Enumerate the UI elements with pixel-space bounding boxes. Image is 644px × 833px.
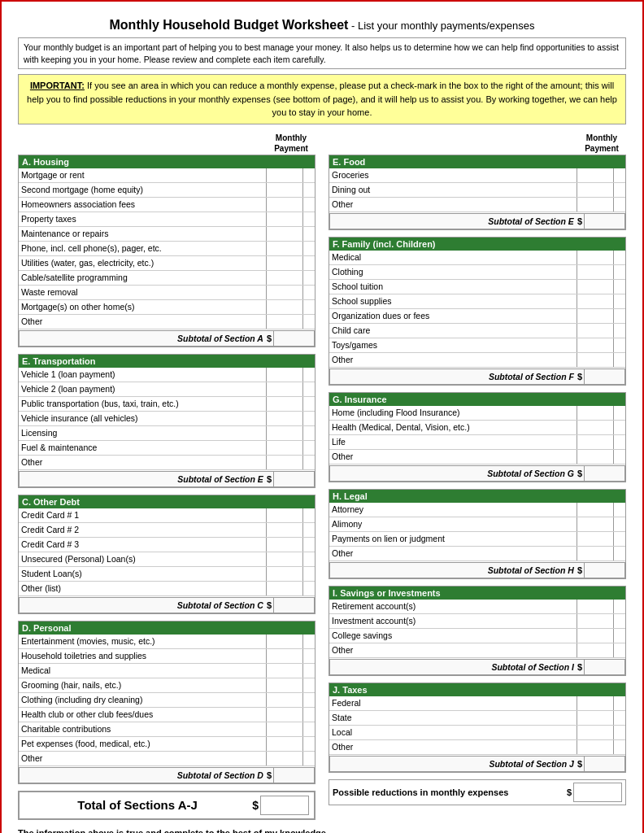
table-row: Mortgage(s) on other home(s) <box>19 300 315 315</box>
section-c: C. Other Debt Credit Card # 1 Credit Car… <box>18 495 315 614</box>
right-column: MonthlyPayment E. Food Groceries Dining … <box>329 133 626 820</box>
table-row: Property taxes <box>19 212 315 227</box>
table-row: Other <box>329 450 625 464</box>
left-column: MonthlyPayment A. Housing Mortgage or re… <box>18 133 315 820</box>
table-row: Student Loan(s) <box>19 567 315 582</box>
table-row: Health (Medical, Dental, Vision, etc.) <box>329 421 625 435</box>
subtotal-j: Subtotal of Section J $ <box>329 756 625 772</box>
monthly-payment-header-right: MonthlyPayment <box>577 133 626 154</box>
table-row: Phone, incl. cell phone(s), pager, etc. <box>19 242 315 256</box>
bottom-statement: The information above is true and comple… <box>18 828 329 833</box>
table-row: Dining out <box>329 183 625 198</box>
table-row: Pet expenses (food, medical, etc.) <box>19 737 315 752</box>
section-j: J. Taxes Federal State Local Other Subto… <box>329 683 626 773</box>
table-row: Mortgage or rent <box>19 168 315 183</box>
table-row: Other <box>19 315 315 329</box>
intro-box: Your monthly budget is an important part… <box>18 37 626 69</box>
table-row: Other <box>329 643 625 658</box>
section-a-title: A. Housing <box>19 155 315 168</box>
table-row: Credit Card # 1 <box>19 508 315 523</box>
section-i-title: I. Savings or Investments <box>329 587 625 600</box>
table-row: Home (including Flood Insurance) <box>329 406 625 421</box>
section-g: G. Insurance Home (including Flood Insur… <box>329 392 626 482</box>
section-d-title: D. Personal <box>19 621 315 635</box>
section-a: A. Housing Mortgage or rent Second mortg… <box>18 155 315 347</box>
table-row: Other <box>329 353 625 368</box>
table-row: Cable/satellite programming <box>19 271 315 286</box>
table-row: Public transportation (bus, taxi, train,… <box>19 397 315 412</box>
table-row: Grooming (hair, nails, etc.) <box>19 678 315 693</box>
subtotal-f: Subtotal of Section F $ <box>329 369 625 385</box>
table-row: Charitable contributions <box>19 722 315 737</box>
section-i: I. Savings or Investments Retirement acc… <box>329 586 626 676</box>
subtotal-i: Subtotal of Section I $ <box>329 659 625 675</box>
table-row: Licensing <box>19 426 315 441</box>
page-title: Monthly Household Budget Worksheet - Lis… <box>18 18 626 33</box>
table-row: Other <box>19 456 315 470</box>
section-d: D. Personal Entertainment (movies, music… <box>18 621 315 784</box>
subtotal-h: Subtotal of Section H $ <box>329 562 625 578</box>
table-row: Credit Card # 3 <box>19 538 315 552</box>
subtotal-e-food: Subtotal of Section E $ <box>329 213 625 229</box>
table-row: School tuition <box>329 280 625 294</box>
table-row: Medical <box>329 251 625 265</box>
table-row: Payments on lien or judgment <box>329 532 625 547</box>
table-row: Credit Card # 2 <box>19 523 315 538</box>
table-row: Other <box>19 752 315 766</box>
table-row: Utilities (water, gas, electricity, etc.… <box>19 256 315 271</box>
section-f: F. Family (incl. Children) Medical Cloth… <box>329 237 626 386</box>
table-row: Medical <box>19 664 315 678</box>
section-e-food: E. Food Groceries Dining out Other Subto… <box>329 155 626 230</box>
subtotal-c: Subtotal of Section C $ <box>19 597 315 613</box>
table-row: Other <box>329 740 625 755</box>
table-row: Fuel & maintenance <box>19 441 315 456</box>
important-box: IMPORTANT: If you see an area in which y… <box>18 74 626 124</box>
section-h-title: H. Legal <box>329 490 625 503</box>
table-row: Maintenance or repairs <box>19 227 315 242</box>
subtotal-a: Subtotal of Section A $ <box>19 330 315 347</box>
table-row: Other <box>329 547 625 561</box>
table-row: Toys/games <box>329 338 625 353</box>
table-row: Attorney <box>329 503 625 517</box>
table-row: Health club or other club fees/dues <box>19 708 315 722</box>
table-row: Vehicle insurance (all vehicles) <box>19 412 315 426</box>
table-row: Second mortgage (home equity) <box>19 183 315 198</box>
section-c-title: C. Other Debt <box>19 495 315 508</box>
table-row: Clothing (including dry cleaning) <box>19 693 315 708</box>
table-row: Waste removal <box>19 286 315 300</box>
table-row: Groceries <box>329 168 625 183</box>
table-row: Life <box>329 435 625 450</box>
total-sections: Total of Sections A-J $ <box>18 791 315 820</box>
table-row: School supplies <box>329 294 625 309</box>
table-row: Household toiletries and supplies <box>19 649 315 664</box>
table-row: Child care <box>329 324 625 338</box>
section-e-transport: E. Transportation Vehicle 1 (loan paymen… <box>18 354 315 488</box>
table-row: Organization dues or fees <box>329 309 625 324</box>
table-row: Unsecured (Personal) Loan(s) <box>19 552 315 567</box>
subtotal-e-transport: Subtotal of Section E $ <box>19 471 315 487</box>
section-j-title: J. Taxes <box>329 683 625 696</box>
table-row: Other (list) <box>19 582 315 596</box>
table-row: Vehicle 1 (loan payment) <box>19 368 315 382</box>
subtotal-g: Subtotal of Section G $ <box>329 465 625 482</box>
possible-reductions: Possible reductions in monthly expenses … <box>329 779 626 805</box>
monthly-payment-header-left: MonthlyPayment <box>267 133 315 154</box>
table-row: Clothing <box>329 265 625 280</box>
section-f-title: F. Family (incl. Children) <box>329 238 625 251</box>
table-row: Local <box>329 726 625 740</box>
table-row: Entertainment (movies, music, etc.) <box>19 635 315 649</box>
subtotal-d: Subtotal of Section D $ <box>19 767 315 783</box>
table-row: Federal <box>329 696 625 711</box>
section-e-transport-title: E. Transportation <box>19 355 315 368</box>
table-row: Other <box>329 198 625 212</box>
table-row: Alimony <box>329 517 625 532</box>
table-row: Retirement account(s) <box>329 600 625 614</box>
table-row: Homeowners association fees <box>19 198 315 212</box>
table-row: Investment account(s) <box>329 614 625 629</box>
section-g-title: G. Insurance <box>329 393 625 406</box>
table-row: College savings <box>329 629 625 643</box>
table-row: State <box>329 711 625 726</box>
section-h: H. Legal Attorney Alimony Payments on li… <box>329 489 626 579</box>
table-row: Vehicle 2 (loan payment) <box>19 382 315 397</box>
section-e-food-title: E. Food <box>329 155 625 168</box>
